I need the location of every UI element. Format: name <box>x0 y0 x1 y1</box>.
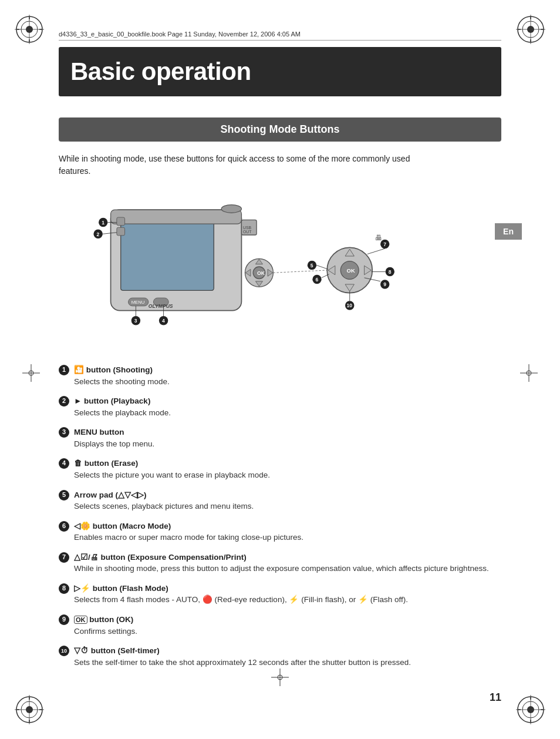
desc-item-6: 6 ◁🌼 button (Macro Mode) Enables macro o… <box>59 520 501 543</box>
svg-text:10: 10 <box>347 303 353 308</box>
desc-content-2: ► button (Playback) Selects the playback… <box>74 395 501 418</box>
desc-title-3: MENU button <box>74 428 124 436</box>
crosshair-mid-left <box>22 364 40 382</box>
svg-text:1: 1 <box>102 220 104 226</box>
desc-detail-5: Selects scenes, playback pictures and me… <box>74 500 501 512</box>
svg-text:USB: USB <box>243 226 252 230</box>
desc-title-10: ▽⏱ button (Self-timer) <box>74 646 160 655</box>
desc-detail-3: Displays the top menu. <box>74 438 501 450</box>
desc-detail-6: Enables macro or super macro mode for ta… <box>74 532 501 543</box>
desc-title-9: OK button (OK) <box>74 615 133 624</box>
desc-content-10: ▽⏱ button (Self-timer) Sets the self-tim… <box>74 645 501 668</box>
svg-text:OK: OK <box>347 267 355 274</box>
corner-decoration-tl <box>12 12 47 47</box>
camera-diagram: USB OUT OK MENU OLYMPUS 1 2 <box>59 188 501 352</box>
desc-num-3: 3 <box>59 427 69 438</box>
desc-detail-8: Selects from 4 flash modes - AUTO, 🔴 (Re… <box>74 594 501 606</box>
svg-line-86 <box>316 265 328 269</box>
svg-rect-62 <box>117 227 125 236</box>
svg-text:🖶: 🖶 <box>375 234 382 242</box>
desc-item-2: 2 ► button (Playback) Selects the playba… <box>59 395 501 418</box>
desc-title-1: 🎦 button (Shooting) <box>74 365 153 374</box>
svg-text:2: 2 <box>97 231 100 237</box>
desc-num-1: 1 <box>59 365 69 375</box>
svg-text:MENU: MENU <box>131 300 145 305</box>
svg-rect-46 <box>121 217 214 290</box>
desc-num-10: 10 <box>59 646 69 656</box>
desc-item-5: 5 Arrow pad (△▽◁▷) Selects scenes, playb… <box>59 489 501 512</box>
svg-text:9: 9 <box>383 281 386 287</box>
corner-decoration-br <box>513 692 548 727</box>
desc-title-8: ▷⚡ button (Flash Mode) <box>74 584 168 593</box>
svg-text:3: 3 <box>134 318 137 324</box>
desc-detail-7: While in shooting mode, press this butto… <box>74 563 501 575</box>
desc-content-8: ▷⚡ button (Flash Mode) Selects from 4 fl… <box>74 583 501 606</box>
desc-title-4: 🗑 button (Erase) <box>74 459 138 468</box>
desc-detail-1: Selects the shooting mode. <box>74 376 501 388</box>
svg-point-51 <box>221 205 241 213</box>
svg-text:4: 4 <box>162 318 165 324</box>
desc-detail-4: Selects the picture you want to erase in… <box>74 469 501 481</box>
desc-item-4: 4 🗑 button (Erase) Selects the picture y… <box>59 458 501 481</box>
desc-num-9: 9 <box>59 614 69 625</box>
desc-item-8: 8 ▷⚡ button (Flash Mode) Selects from 4 … <box>59 583 501 606</box>
desc-num-7: 7 <box>59 552 69 563</box>
desc-title-6: ◁🌼 button (Macro Mode) <box>74 522 171 530</box>
desc-content-9: OK button (OK) Confirms settings. <box>74 614 501 637</box>
desc-content-5: Arrow pad (△▽◁▷) Selects scenes, playbac… <box>74 489 501 512</box>
section-header: Shooting Mode Buttons <box>59 117 501 142</box>
svg-text:OLYMPUS: OLYMPUS <box>149 303 173 309</box>
desc-title-7: △☑/🖨 button (Exposure Compensation/Print… <box>74 553 247 562</box>
desc-num-5: 5 <box>59 490 69 500</box>
desc-num-6: 6 <box>59 521 69 532</box>
desc-title-2: ► button (Playback) <box>74 397 150 405</box>
svg-text:6: 6 <box>315 277 318 283</box>
page-title: Basic operation <box>70 58 490 86</box>
desc-title-5: Arrow pad (△▽◁▷) <box>74 491 147 499</box>
desc-item-3: 3 MENU button Displays the top menu. <box>59 426 501 449</box>
desc-item-10: 10 ▽⏱ button (Self-timer) Sets the self-… <box>59 645 501 668</box>
desc-item-9: 9 OK button (OK) Confirms settings. <box>59 614 501 637</box>
svg-line-92 <box>367 248 385 254</box>
desc-content-7: △☑/🖨 button (Exposure Compensation/Print… <box>74 552 501 575</box>
svg-text:5: 5 <box>311 263 313 268</box>
desc-item-1: 1 🎦 button (Shooting) Selects the shooti… <box>59 364 501 387</box>
svg-text:OK: OK <box>257 270 265 276</box>
intro-text: While in shooting mode, use these button… <box>59 153 413 177</box>
crosshair-mid-right <box>520 364 538 382</box>
desc-content-6: ◁🌼 button (Macro Mode) Enables macro or … <box>74 520 501 543</box>
corner-decoration-bl <box>12 692 47 727</box>
svg-line-103 <box>273 270 327 273</box>
desc-content-1: 🎦 button (Shooting) Selects the shooting… <box>74 364 501 387</box>
desc-content-3: MENU button Displays the top menu. <box>74 426 501 449</box>
desc-num-2: 2 <box>59 396 69 407</box>
corner-decoration-tr <box>513 12 548 47</box>
desc-detail-10: Sets the self-timer to take the shot app… <box>74 657 501 669</box>
title-block: Basic operation <box>59 47 501 96</box>
svg-rect-63 <box>117 217 125 226</box>
desc-detail-2: Selects the playback mode. <box>74 407 501 419</box>
svg-rect-47 <box>111 210 242 224</box>
page-number: 11 <box>490 691 501 704</box>
desc-item-7: 7 △☑/🖨 button (Exposure Compensation/Pri… <box>59 552 501 575</box>
svg-text:7: 7 <box>383 241 386 247</box>
svg-text:OUT: OUT <box>243 230 252 234</box>
file-info: d4336_33_e_basic_00_bookfile.book Page 1… <box>59 31 501 41</box>
svg-text:8: 8 <box>389 269 392 275</box>
descriptions-list: 1 🎦 button (Shooting) Selects the shooti… <box>59 364 501 676</box>
desc-num-4: 4 <box>59 458 69 469</box>
section-header-label: Shooting Mode Buttons <box>221 123 340 135</box>
desc-content-4: 🗑 button (Erase) Selects the picture you… <box>74 458 501 481</box>
desc-num-8: 8 <box>59 583 69 594</box>
desc-detail-9: Confirms settings. <box>74 626 501 637</box>
